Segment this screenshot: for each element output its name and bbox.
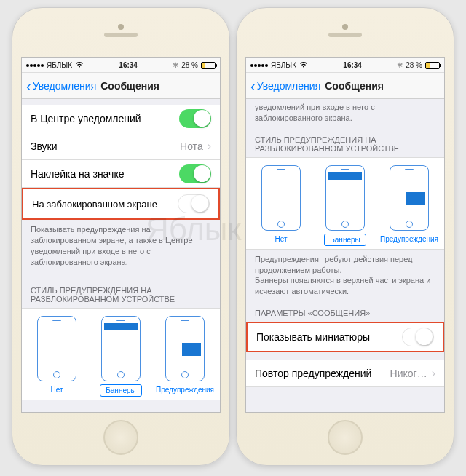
mini-phone-icon — [325, 165, 365, 231]
carrier-label: ЯБЛЫК — [47, 61, 72, 69]
settings-list: В Центре уведомлений Звуки Нота › Наклей… — [22, 99, 220, 412]
mini-phone-icon — [101, 316, 141, 381]
row-label: В Центре уведомлений — [31, 113, 141, 124]
status-bar: ЯБЛЫК 16:34 ✱ 28 % — [246, 58, 444, 73]
row-label: На заблокированном экране — [32, 199, 157, 210]
carrier-label: ЯБЛЫК — [271, 61, 296, 69]
home-button[interactable] — [328, 420, 363, 455]
screen-left: ЯБЛЫК 16:34 ✱ 28 % ‹ Уведомления Сообщен… — [21, 57, 221, 413]
wifi-icon — [75, 61, 84, 69]
row-value: Нота — [180, 140, 203, 152]
mini-phone-icon — [165, 316, 205, 381]
battery-pct: 28 % — [406, 61, 422, 69]
mini-phone-icon — [261, 165, 301, 231]
row-notification-center[interactable]: В Центре уведомлений — [22, 105, 220, 132]
style-label: Нет — [269, 234, 292, 245]
row-label: Показывать миниатюры — [256, 331, 370, 343]
mini-phone-icon — [390, 165, 429, 231]
phone-camera — [342, 24, 348, 30]
style-option-banners[interactable]: Баннеры — [89, 316, 152, 397]
back-chevron-icon[interactable]: ‹ — [250, 79, 256, 93]
signal-dots-icon — [26, 64, 44, 67]
phone-speaker — [104, 33, 138, 37]
row-label: Звуки — [31, 140, 58, 152]
clock: 16:34 — [343, 61, 362, 69]
row-badge[interactable]: Наклейка на значке — [22, 160, 220, 188]
mini-phone-icon — [37, 316, 76, 381]
phone-frame-left: ЯБЛЫК 16:34 ✱ 28 % ‹ Уведомления Сообщен… — [12, 7, 230, 466]
back-button[interactable]: Уведомления — [33, 80, 97, 92]
row-repeat-alerts[interactable]: Повтор предупреждений Никог… › — [246, 360, 444, 387]
bluetooth-icon: ✱ — [397, 61, 403, 69]
section-footer: Показывать предупреждения на заблокирова… — [22, 220, 220, 274]
style-option-alerts[interactable]: Предупреждения — [377, 165, 441, 246]
phone-frame-right: ЯБЛЫК 16:34 ✱ 28 % ‹ Уведомления Сообщен… — [236, 7, 454, 466]
alert-style-selector: Нет Баннеры Предупреждения — [246, 157, 444, 250]
settings-list: уведомлений при входе в него с заблокиро… — [246, 99, 444, 412]
back-chevron-icon[interactable]: ‹ — [26, 79, 31, 93]
battery-icon — [425, 62, 440, 69]
battery-pct: 28 % — [181, 61, 198, 69]
row-label: Наклейка на значке — [31, 168, 124, 180]
row-lockscreen[interactable]: На заблокированном экране — [22, 188, 220, 220]
chevron-right-icon: › — [432, 367, 435, 380]
style-option-banners[interactable]: Баннеры — [313, 165, 376, 246]
alert-style-selector: Нет Баннеры Предупреждения — [22, 308, 220, 400]
row-show-previews[interactable]: Показывать миниатюры — [246, 322, 444, 352]
section-header-alert-style: СТИЛЬ ПРЕДУПРЕЖДЕНИЯ НА РАЗБЛОКИРОВАННОМ… — [22, 274, 220, 308]
section-footer-styles: Предупреждения требуют действия перед пр… — [246, 250, 444, 304]
status-bar: ЯБЛЫК 16:34 ✱ 28 % — [22, 58, 220, 73]
style-label: Нет — [45, 384, 68, 395]
page-title: Сообщения — [100, 80, 159, 92]
chevron-right-icon: › — [208, 140, 211, 153]
style-label: Баннеры — [100, 384, 141, 397]
style-option-none[interactable]: Нет — [249, 165, 312, 246]
bluetooth-icon: ✱ — [173, 61, 178, 69]
row-value: Никог… — [390, 368, 427, 379]
section-footer-top: уведомлений при входе в него с заблокиро… — [246, 99, 444, 131]
style-option-alerts[interactable]: Предупреждения — [153, 316, 216, 397]
style-label: Предупреждения — [375, 234, 443, 245]
phone-speaker — [328, 33, 362, 37]
home-button[interactable] — [103, 420, 138, 455]
style-label: Предупреждения — [151, 384, 219, 395]
toggle-badge[interactable] — [179, 164, 211, 183]
back-button[interactable]: Уведомления — [257, 80, 321, 92]
clock: 16:34 — [119, 61, 138, 69]
row-sounds[interactable]: Звуки Нота › — [22, 132, 220, 160]
section-header-params: ПАРАМЕТРЫ «СООБЩЕНИЯ» — [246, 304, 444, 322]
signal-dots-icon — [250, 64, 268, 67]
section-header-alert-style: СТИЛЬ ПРЕДУПРЕЖДЕНИЯ НА РАЗБЛОКИРОВАННОМ… — [246, 131, 444, 157]
style-label: Баннеры — [324, 234, 366, 246]
toggle-show-previews[interactable] — [402, 328, 434, 346]
toggle-notification-center[interactable] — [179, 109, 211, 128]
style-option-none[interactable]: Нет — [25, 316, 88, 397]
phone-camera — [118, 24, 124, 30]
row-label: Повтор предупреждений — [255, 368, 371, 379]
toggle-lockscreen[interactable] — [178, 194, 210, 213]
nav-bar: ‹ Уведомления Сообщения — [246, 73, 444, 99]
screen-right: ЯБЛЫК 16:34 ✱ 28 % ‹ Уведомления Сообщен… — [245, 57, 445, 413]
battery-icon — [201, 62, 216, 69]
page-title: Сообщения — [325, 80, 384, 92]
nav-bar: ‹ Уведомления Сообщения — [22, 73, 220, 99]
wifi-icon — [299, 61, 308, 69]
